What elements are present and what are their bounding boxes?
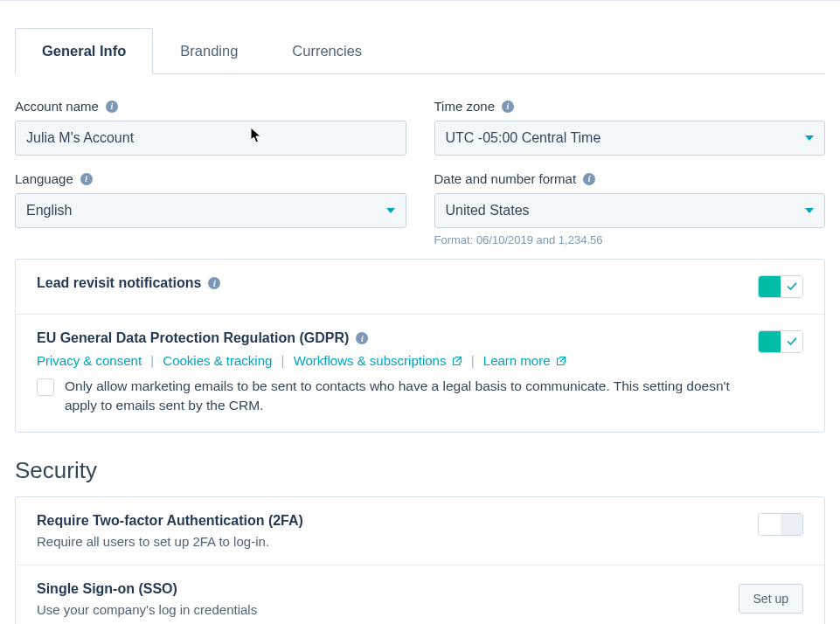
date-format-helper: Format: 06/10/2019 and 1,234.56	[434, 233, 826, 246]
date-format-value: United States	[446, 203, 530, 218]
time-zone-label: Time zone	[434, 99, 495, 114]
date-format-label: Date and number format	[434, 171, 577, 186]
check-icon	[787, 281, 797, 292]
separator: |	[150, 353, 154, 368]
field-time-zone: Time zone i UTC -05:00 Central Time	[434, 99, 826, 156]
time-zone-select[interactable]: UTC -05:00 Central Time	[434, 121, 826, 156]
field-language: Language i English	[15, 171, 406, 246]
lead-revisit-toggle[interactable]	[758, 275, 803, 298]
gdpr-links: Privacy & consent | Cookies & tracking |…	[37, 353, 737, 368]
info-icon[interactable]: i	[80, 173, 93, 185]
link-cookies-tracking[interactable]: Cookies & tracking	[163, 353, 272, 368]
sso-setup-button[interactable]: Set up	[739, 584, 803, 614]
twofa-sub: Require all users to set up 2FA to log-i…	[37, 534, 737, 549]
language-value: English	[26, 203, 72, 218]
security-panel: Require Two-factor Authentication (2FA) …	[15, 496, 825, 624]
tab-general-info[interactable]: General Info	[15, 28, 153, 74]
separator: |	[281, 353, 285, 368]
field-account-name: Account name i Julia M's Account	[15, 99, 406, 156]
external-link-icon	[556, 356, 566, 366]
tab-currencies[interactable]: Currencies	[265, 28, 389, 74]
link-learn-more[interactable]: Learn more	[483, 353, 566, 368]
info-icon[interactable]: i	[502, 101, 514, 113]
info-icon[interactable]: i	[356, 332, 368, 344]
chevron-down-icon	[805, 135, 814, 141]
time-zone-value: UTC -05:00 Central Time	[446, 130, 601, 146]
sso-title: Single Sign-on (SSO)	[37, 581, 177, 597]
gdpr-legal-basis-checkbox[interactable]	[37, 378, 54, 396]
security-heading: Security	[15, 457, 825, 484]
account-name-value: Julia M's Account	[26, 130, 134, 146]
sso-sub: Use your company's log in credentials	[37, 602, 718, 617]
row-lead-revisit: Lead revisit notifications i	[16, 260, 824, 315]
language-label: Language	[15, 171, 73, 186]
gdpr-checkbox-label: Only allow marketing emails to be sent t…	[65, 377, 737, 416]
tab-branding[interactable]: Branding	[153, 28, 265, 74]
check-icon	[787, 336, 797, 347]
info-icon[interactable]: i	[106, 101, 118, 113]
account-name-input[interactable]: Julia M's Account	[15, 121, 406, 156]
lead-revisit-title: Lead revisit notifications	[37, 275, 201, 291]
info-icon[interactable]: i	[208, 277, 220, 289]
link-workflows-subscriptions[interactable]: Workflows & subscriptions	[294, 353, 466, 368]
row-2fa: Require Two-factor Authentication (2FA) …	[16, 497, 824, 565]
date-format-select[interactable]: United States	[434, 193, 826, 228]
gdpr-toggle[interactable]	[758, 330, 803, 353]
info-icon[interactable]: i	[583, 173, 595, 185]
chevron-down-icon	[386, 208, 395, 213]
field-date-format: Date and number format i United States F…	[434, 171, 826, 246]
twofa-title: Require Two-factor Authentication (2FA)	[37, 513, 303, 529]
external-link-icon	[452, 356, 462, 366]
tabs-bar: General Info Branding Currencies	[15, 27, 825, 74]
link-privacy-consent[interactable]: Privacy & consent	[37, 353, 142, 368]
row-sso: Single Sign-on (SSO) Use your company's …	[16, 565, 824, 624]
separator: |	[471, 353, 475, 368]
account-name-label: Account name	[15, 99, 99, 114]
gdpr-title: EU General Data Protection Regulation (G…	[37, 330, 349, 346]
language-select[interactable]: English	[15, 193, 406, 228]
settings-panel: Lead revisit notifications i EU General …	[15, 259, 825, 433]
twofa-toggle[interactable]	[758, 513, 803, 536]
row-gdpr: EU General Data Protection Regulation (G…	[16, 315, 824, 432]
chevron-down-icon	[805, 208, 814, 213]
